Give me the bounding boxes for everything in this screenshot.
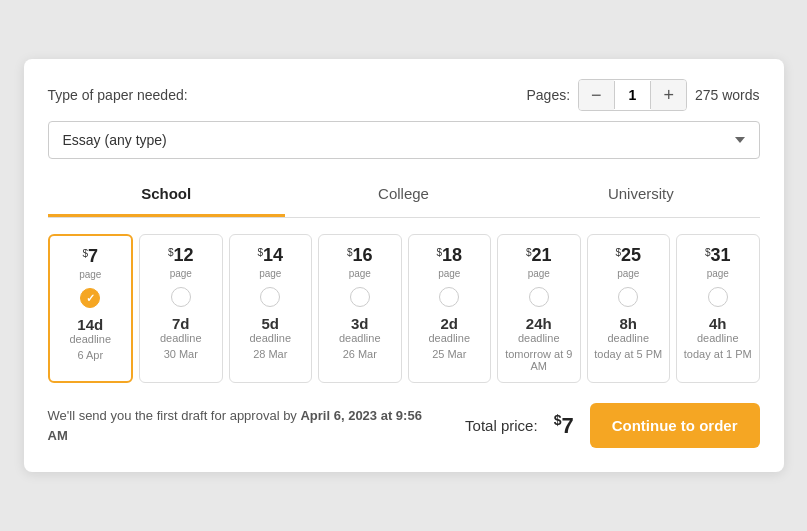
draft-note-text1: We'll send you the first draft for appro… — [48, 408, 301, 423]
deadline-value: 2d — [415, 315, 485, 332]
radio-circle — [171, 287, 191, 307]
increment-button[interactable]: + — [651, 80, 686, 110]
price-per: page — [146, 268, 216, 279]
deadline-date: today at 1 PM — [683, 348, 753, 360]
tab-school[interactable]: School — [48, 173, 285, 217]
deadline-label: deadline — [236, 332, 306, 344]
order-card: Type of paper needed: Pages: − 1 + 275 w… — [24, 59, 784, 472]
deadline-label: deadline — [146, 332, 216, 344]
total-amount: 7 — [561, 413, 573, 438]
price-per: page — [236, 268, 306, 279]
deadline-label: deadline — [594, 332, 664, 344]
price-card-p18[interactable]: $18 page 2d deadline 25 Mar — [408, 234, 492, 383]
deadline-label: deadline — [683, 332, 753, 344]
price-per: page — [56, 269, 126, 280]
price-amount: $14 — [236, 245, 306, 266]
deadline-value: 24h — [504, 315, 574, 332]
deadline-date: 28 Mar — [236, 348, 306, 360]
deadline-value: 7d — [146, 315, 216, 332]
deadline-date: 26 Mar — [325, 348, 395, 360]
radio-circle — [350, 287, 370, 307]
price-per: page — [504, 268, 574, 279]
tab-university[interactable]: University — [522, 173, 759, 217]
pages-value: 1 — [614, 81, 652, 109]
draft-note: We'll send you the first draft for appro… — [48, 406, 428, 445]
deadline-label: deadline — [325, 332, 395, 344]
total-section: Total price: $7 Continue to order — [465, 403, 759, 448]
pages-label: Pages: — [526, 87, 570, 103]
total-label: Total price: — [465, 417, 538, 434]
radio-circle — [260, 287, 280, 307]
deadline-date: tomorrow at 9 AM — [504, 348, 574, 372]
radio-circle — [439, 287, 459, 307]
deadline-value: 5d — [236, 315, 306, 332]
price-card-p25[interactable]: $25 page 8h deadline today at 5 PM — [587, 234, 671, 383]
radio-circle — [708, 287, 728, 307]
deadline-value: 14d — [56, 316, 126, 333]
tab-college[interactable]: College — [285, 173, 522, 217]
pages-stepper: − 1 + — [578, 79, 687, 111]
price-amount: $18 — [415, 245, 485, 266]
price-amount: $31 — [683, 245, 753, 266]
price-per: page — [325, 268, 395, 279]
price-card-p31[interactable]: $31 page 4h deadline today at 1 PM — [676, 234, 760, 383]
continue-button[interactable]: Continue to order — [590, 403, 760, 448]
radio-circle — [618, 287, 638, 307]
deadline-date: 6 Apr — [56, 349, 126, 361]
paper-type-row: Essay (any type) Research paper Term pap… — [48, 121, 760, 159]
price-card-p12[interactable]: $12 page 7d deadline 30 Mar — [139, 234, 223, 383]
price-card-p7[interactable]: $7 page 14d deadline 6 Apr — [48, 234, 134, 383]
type-label: Type of paper needed: — [48, 87, 188, 103]
deadline-value: 8h — [594, 315, 664, 332]
radio-circle — [529, 287, 549, 307]
price-card-p21[interactable]: $21 page 24h deadline tomorrow at 9 AM — [497, 234, 581, 383]
prices-grid: $7 page 14d deadline 6 Apr $12 page 7d d… — [48, 234, 760, 383]
pages-row: Pages: − 1 + 275 words — [526, 79, 759, 111]
deadline-label: deadline — [504, 332, 574, 344]
price-amount: $7 — [56, 246, 126, 267]
decrement-button[interactable]: − — [579, 80, 614, 110]
deadline-date: 25 Mar — [415, 348, 485, 360]
paper-type-select[interactable]: Essay (any type) Research paper Term pap… — [48, 121, 760, 159]
deadline-label: deadline — [56, 333, 126, 345]
deadline-date: today at 5 PM — [594, 348, 664, 360]
price-per: page — [415, 268, 485, 279]
words-label: 275 words — [695, 87, 760, 103]
deadline-value: 3d — [325, 315, 395, 332]
level-tabs: School College University — [48, 173, 760, 218]
price-per: page — [683, 268, 753, 279]
price-amount: $12 — [146, 245, 216, 266]
total-price: $7 — [554, 412, 574, 439]
deadline-label: deadline — [415, 332, 485, 344]
radio-circle — [80, 288, 100, 308]
price-per: page — [594, 268, 664, 279]
deadline-date: 30 Mar — [146, 348, 216, 360]
top-row: Type of paper needed: Pages: − 1 + 275 w… — [48, 79, 760, 111]
bottom-row: We'll send you the first draft for appro… — [48, 403, 760, 448]
price-amount: $25 — [594, 245, 664, 266]
price-card-p14[interactable]: $14 page 5d deadline 28 Mar — [229, 234, 313, 383]
deadline-value: 4h — [683, 315, 753, 332]
price-amount: $16 — [325, 245, 395, 266]
price-amount: $21 — [504, 245, 574, 266]
price-card-p16[interactable]: $16 page 3d deadline 26 Mar — [318, 234, 402, 383]
